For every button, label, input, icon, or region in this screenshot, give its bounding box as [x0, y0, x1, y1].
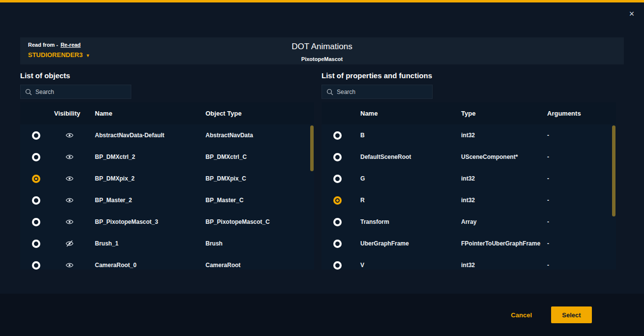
property-type: int32	[454, 132, 540, 139]
property-name: G	[353, 175, 454, 182]
select-button[interactable]: Select	[551, 306, 592, 323]
property-name: V	[353, 262, 454, 269]
object-name: AbstractNavData-Default	[95, 132, 205, 139]
column-header-arguments: Arguments	[540, 110, 616, 117]
object-type: Brush	[205, 240, 314, 247]
object-type: BP_DMXpix_C	[205, 175, 314, 182]
column-header-type: Type	[454, 110, 540, 117]
eye-icon[interactable]	[65, 262, 74, 269]
column-header-object-type: Object Type	[205, 110, 314, 117]
row-radio[interactable]	[32, 240, 40, 248]
property-arguments: -	[540, 197, 616, 204]
properties-scrollbar[interactable]	[612, 125, 615, 216]
property-arguments: -	[540, 132, 616, 139]
table-row[interactable]: B int32 -	[322, 124, 616, 146]
object-type: BP_PixotopeMascot_C	[205, 218, 314, 225]
row-radio[interactable]	[32, 153, 40, 161]
properties-table-header: Name Type Arguments	[322, 102, 616, 124]
row-radio[interactable]	[32, 131, 40, 140]
row-radio[interactable]	[333, 175, 342, 183]
table-row[interactable]: BP_DMXpix_2 BP_DMXpix_C	[20, 168, 314, 189]
object-type: CameraRoot	[205, 262, 314, 269]
objects-scrollbar[interactable]	[310, 125, 314, 171]
row-radio[interactable]	[32, 261, 40, 270]
eye-icon[interactable]	[65, 132, 74, 139]
table-row[interactable]: CameraRoot_0 CameraRoot	[20, 254, 314, 270]
column-header-name: Name	[95, 110, 205, 117]
object-type: AbstractNavData	[205, 132, 314, 139]
search-icon	[25, 89, 32, 96]
property-arguments: -	[540, 262, 616, 269]
row-radio[interactable]	[32, 218, 40, 226]
eye-icon[interactable]	[65, 240, 74, 247]
window-accent-bar	[0, 0, 644, 2]
row-radio[interactable]	[333, 261, 342, 270]
property-name: UberGraphFrame	[353, 240, 454, 247]
objects-table: Visibility Name Object Type AbstractNavD…	[20, 102, 314, 270]
row-radio[interactable]	[333, 131, 342, 140]
eye-icon[interactable]	[65, 197, 74, 204]
header-band: Read from -Re-read STUDIORENDER3▼ DOT An…	[20, 37, 624, 64]
column-header-visibility: Visibility	[52, 110, 95, 117]
object-name: BP_Master_2	[95, 197, 205, 204]
close-icon[interactable]: ×	[626, 8, 637, 19]
search-icon	[326, 89, 334, 96]
table-row[interactable]: UberGraphFrame FPointerToUberGraphFrame …	[322, 233, 616, 254]
eye-icon[interactable]	[65, 175, 74, 182]
table-row[interactable]: G int32 -	[322, 168, 616, 189]
column-header-name: Name	[353, 110, 454, 117]
properties-search-input[interactable]	[322, 85, 432, 98]
row-radio[interactable]	[333, 153, 342, 161]
table-row[interactable]: AbstractNavData-Default AbstractNavData	[20, 124, 314, 146]
property-arguments: -	[540, 153, 616, 160]
row-radio[interactable]	[32, 175, 40, 183]
property-name: Transform	[353, 218, 454, 225]
property-type: USceneComponent*	[454, 153, 540, 160]
table-row[interactable]: R int32 -	[322, 189, 616, 211]
chevron-down-icon: ▼	[86, 53, 90, 58]
property-name: R	[353, 197, 454, 204]
property-type: int32	[454, 262, 540, 269]
table-row[interactable]: Transform Array -	[322, 211, 616, 233]
property-arguments: -	[540, 240, 616, 247]
row-radio[interactable]	[333, 240, 342, 248]
source-dropdown-value: STUDIORENDER3	[28, 51, 83, 59]
table-row[interactable]: BP_Master_2 BP_Master_C	[20, 189, 314, 211]
properties-table: Name Type Arguments B int32 - DefaultSce…	[322, 102, 616, 270]
eye-icon[interactable]	[65, 153, 74, 160]
row-radio[interactable]	[333, 196, 342, 205]
table-row[interactable]: BP_DMXctrl_2 BP_DMXctrl_C	[20, 146, 314, 168]
property-type: FPointerToUberGraphFrame	[454, 240, 540, 247]
property-arguments: -	[540, 175, 616, 182]
object-name: BP_DMXctrl_2	[95, 153, 205, 160]
property-type: int32	[454, 197, 540, 204]
objects-table-header: Visibility Name Object Type	[20, 102, 314, 124]
row-radio[interactable]	[32, 196, 40, 205]
objects-search	[20, 85, 131, 99]
object-name: BP_DMXpix_2	[95, 175, 205, 182]
eye-icon[interactable]	[65, 218, 74, 225]
properties-search	[322, 85, 433, 99]
table-row[interactable]: V int32 -	[322, 254, 616, 270]
objects-search-input[interactable]	[21, 85, 131, 98]
property-name: B	[353, 132, 454, 139]
table-row[interactable]: Brush_1 Brush	[20, 233, 314, 254]
objects-panel-heading: List of objects	[20, 71, 70, 80]
property-arguments: -	[540, 218, 616, 225]
property-name: DefaultSceneRoot	[353, 153, 454, 160]
object-type: BP_Master_C	[205, 197, 314, 204]
dialog-subtitle: PixotopeMascot	[20, 56, 624, 62]
cancel-button[interactable]: Cancel	[511, 311, 532, 319]
property-type: int32	[454, 175, 540, 182]
source-dropdown[interactable]: STUDIORENDER3▼	[28, 51, 90, 59]
row-radio[interactable]	[333, 218, 342, 226]
table-row[interactable]: BP_PixotopeMascot_3 BP_PixotopeMascot_C	[20, 211, 314, 233]
reread-link[interactable]: Re-read	[60, 42, 81, 48]
footer: Cancel Select	[0, 294, 644, 336]
table-row[interactable]: DefaultSceneRoot USceneComponent* -	[322, 146, 616, 168]
object-type: BP_DMXctrl_C	[205, 153, 314, 160]
object-name: BP_PixotopeMascot_3	[95, 218, 205, 225]
property-type: Array	[454, 218, 540, 225]
properties-panel-heading: List of properties and functions	[322, 71, 432, 80]
read-from-label: Read from -	[28, 42, 58, 48]
